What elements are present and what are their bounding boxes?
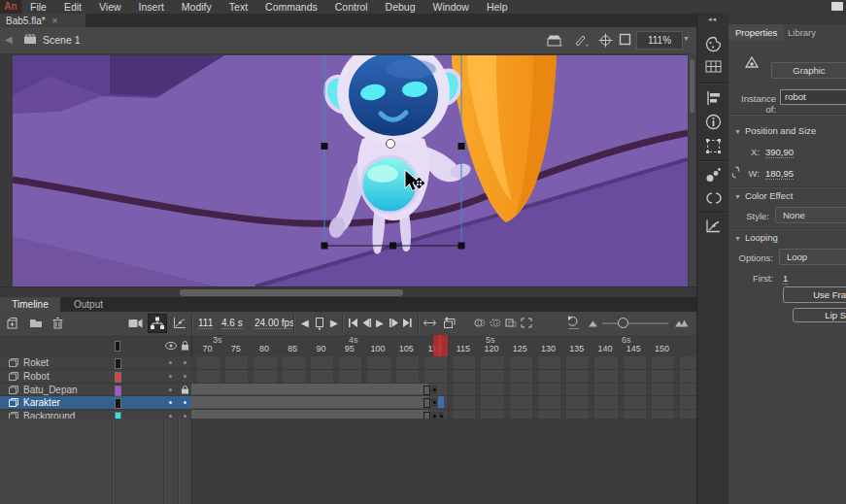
go-to-last-frame-icon[interactable]	[402, 318, 413, 328]
frame-size-slider-thumb[interactable]	[618, 318, 628, 328]
reset-timeline-zoom-icon[interactable]	[567, 316, 580, 330]
span-end-frame[interactable]	[423, 398, 430, 408]
layer-outline-swatch[interactable]	[115, 398, 121, 409]
first-frame-value[interactable]: 1	[783, 273, 788, 285]
workspace-switcher-icon[interactable]	[831, 2, 843, 11]
lock-column-lock-icon[interactable]	[181, 341, 189, 351]
frames-empty-area[interactable]	[191, 419, 697, 504]
symbol-type-dropdown[interactable]: Graphic	[771, 62, 846, 79]
layer-lock-dot[interactable]	[184, 361, 186, 364]
menu-text[interactable]: Text	[220, 0, 256, 14]
style-dropdown[interactable]: None	[775, 207, 846, 223]
brush-library-panel-icon[interactable]	[705, 167, 722, 184]
layer-visibility-dot[interactable]	[169, 361, 172, 364]
frame-span[interactable]	[191, 384, 428, 396]
stage-vertical-scrollbar-thumb[interactable]	[690, 59, 694, 113]
collapse-triangle-icon[interactable]: ▼	[734, 128, 741, 135]
frame-ruler[interactable]: 3s 4s 5s 6s 7075 8085 9095 100105 110115…	[191, 335, 696, 356]
tab-output[interactable]: Output	[64, 297, 113, 312]
new-folder-icon[interactable]	[29, 318, 43, 328]
new-layer-icon[interactable]	[6, 318, 18, 329]
edit-symbols-icon[interactable]	[573, 33, 590, 47]
step-back-icon[interactable]	[361, 318, 372, 328]
close-tab-icon[interactable]: ×	[52, 16, 58, 26]
frames-row-batu-depan[interactable]	[191, 384, 696, 397]
info-panel-icon[interactable]	[705, 114, 722, 130]
layer-outline-swatch[interactable]	[115, 372, 121, 383]
menu-help[interactable]: Help	[478, 0, 517, 14]
menu-modify[interactable]: Modify	[173, 0, 220, 14]
current-frame-value[interactable]: 111	[198, 318, 213, 329]
layer-lock-dot[interactable]	[184, 401, 186, 404]
camera-icon[interactable]	[128, 319, 143, 328]
onion-skin-outlines-icon[interactable]	[490, 318, 501, 328]
frames-grid[interactable]	[191, 356, 696, 423]
loop-options-dropdown[interactable]: Loop	[779, 249, 846, 265]
stage-horizontal-scrollbar-thumb[interactable]	[180, 289, 403, 296]
cc-libraries-panel-icon[interactable]	[705, 191, 722, 208]
graph-editor-icon[interactable]	[173, 317, 186, 329]
layer-row-roket[interactable]: Roket	[0, 356, 191, 370]
zoom-dropdown-chevron-icon[interactable]: ▼	[683, 35, 690, 42]
frames-row-roket[interactable]	[191, 356, 696, 370]
outline-color-column-icon[interactable]	[115, 341, 120, 352]
timeline-ruler[interactable]: 3s 4s 5s 6s 7075 8085 9095 100105 110115…	[0, 335, 696, 357]
menu-window[interactable]: Window	[424, 0, 478, 14]
keyframe[interactable]	[431, 386, 437, 394]
frames-row-karakter[interactable]	[191, 396, 696, 410]
tab-library[interactable]: Library	[781, 24, 823, 41]
section-position-and-size[interactable]: ▼Position and Size	[734, 125, 816, 136]
layer-list-empty-area[interactable]	[0, 419, 191, 504]
show-parenting-icon[interactable]	[148, 314, 167, 333]
stage-pasteboard[interactable]	[0, 53, 696, 286]
w-value[interactable]: 180,95	[765, 168, 794, 180]
section-color-effect[interactable]: ▼Color Effect	[734, 190, 793, 201]
menu-insert[interactable]: Insert	[130, 0, 173, 14]
collapse-dock-icon[interactable]: ◂◂	[708, 16, 717, 23]
loop-playback-icon[interactable]	[443, 317, 457, 329]
elapsed-time-value[interactable]: 4.6 s	[221, 318, 243, 329]
clip-content-icon[interactable]	[619, 33, 631, 46]
layer-row-robot[interactable]: Robot	[0, 370, 191, 384]
instance-name-input[interactable]: robot	[780, 89, 846, 105]
visibility-column-eye-icon[interactable]	[165, 342, 177, 350]
zoom-in-frames-icon[interactable]	[675, 319, 689, 327]
layer-lock-dot[interactable]	[184, 415, 186, 418]
menu-view[interactable]: View	[90, 0, 130, 14]
layer-visibility-dot[interactable]	[169, 375, 172, 378]
collapse-triangle-icon[interactable]: ▼	[734, 193, 741, 200]
menu-edit[interactable]: Edit	[55, 0, 90, 14]
span-end-frame[interactable]	[423, 386, 430, 395]
center-stage-icon[interactable]	[598, 33, 613, 48]
layer-row-karakter[interactable]: Karakter	[0, 396, 191, 410]
motion-graph-panel-icon[interactable]	[705, 218, 722, 235]
collapse-triangle-icon[interactable]: ▼	[734, 235, 741, 242]
menu-commands[interactable]: Commands	[256, 0, 326, 14]
swatches-panel-icon[interactable]	[705, 59, 722, 76]
delete-layer-icon[interactable]	[52, 317, 63, 329]
tab-properties[interactable]: Properties	[728, 24, 784, 41]
play-icon[interactable]: ▶	[376, 318, 384, 328]
color-panel-icon[interactable]	[705, 36, 722, 52]
zoom-level-input[interactable]: 111%	[636, 31, 683, 50]
frames-row-robot[interactable]	[191, 370, 696, 384]
use-frame-picker-button[interactable]: Use Fra	[783, 286, 846, 303]
edit-multiple-frames-icon[interactable]	[505, 318, 517, 328]
layer-outline-swatch[interactable]	[115, 358, 121, 369]
frame-size-slider[interactable]	[602, 322, 668, 324]
app-logo[interactable]: An	[0, 0, 21, 14]
frame-marker-icon[interactable]	[315, 317, 324, 330]
menu-control[interactable]: Control	[326, 0, 377, 14]
center-frame-icon[interactable]	[423, 318, 436, 328]
layer-lock-dot[interactable]	[184, 375, 186, 378]
lip-syncing-button[interactable]: Lip S	[793, 308, 846, 322]
menu-debug[interactable]: Debug	[377, 0, 424, 14]
align-panel-icon[interactable]	[705, 90, 722, 107]
layer-visibility-dot[interactable]	[169, 401, 172, 404]
layer-row-batu-depan[interactable]: Batu_Depan	[0, 384, 191, 397]
edit-scene-icon[interactable]	[547, 34, 563, 47]
tab-timeline[interactable]: Timeline	[0, 297, 60, 312]
layer-outline-swatch[interactable]	[115, 386, 121, 396]
frame-rate-value[interactable]: 24.00 fps	[254, 318, 294, 329]
transform-panel-icon[interactable]	[705, 138, 722, 154]
